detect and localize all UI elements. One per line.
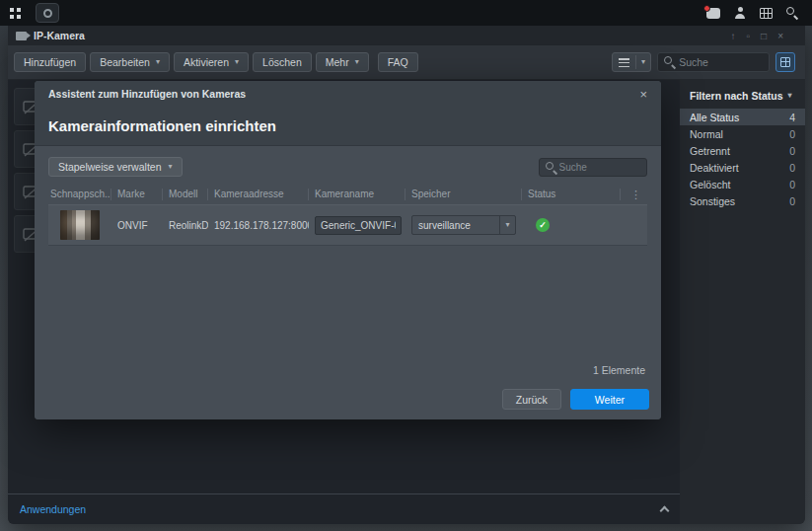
window-maximize-icon[interactable]: □ [761, 31, 767, 41]
column-menu-icon[interactable]: ⋮ [621, 189, 647, 201]
window-pin-icon[interactable]: ▫ [747, 31, 751, 41]
camera-table-row[interactable]: ONVIF ReolinkD... 192.168.178.127:8000 s… [48, 204, 647, 246]
notification-badge [703, 5, 710, 12]
window-rollup-icon[interactable]: ↑ [731, 31, 736, 41]
window-titlebar[interactable]: IP-Kamera ↑ ▫ □ × [8, 26, 805, 45]
activate-button[interactable]: Aktivieren ▾ [174, 52, 249, 72]
dialog-body: Stapelweise verwalten ▾ Schnappsch... Ma… [35, 146, 661, 419]
caret-down-icon: ▾ [505, 221, 509, 229]
camera-search-box[interactable] [657, 52, 770, 72]
cell-model: ReolinkD... [163, 220, 208, 231]
camera-lens-icon [43, 9, 52, 18]
filter-panel-header[interactable]: Filtern nach Status ▾ [680, 88, 805, 109]
filter-item-label: Getrennt [690, 145, 730, 157]
view-mode-button[interactable]: ▾ [612, 52, 651, 72]
cell-name [309, 216, 406, 235]
back-button[interactable]: Zurück [502, 389, 561, 410]
notifications-icon[interactable] [706, 8, 720, 19]
edit-button-label: Bearbeiten [100, 56, 150, 68]
column-storage[interactable]: Speicher [406, 189, 522, 200]
column-status[interactable]: Status [522, 189, 621, 200]
dialog-search-input[interactable] [559, 162, 640, 173]
cell-status: ✓ [522, 218, 621, 232]
ip-camera-window: IP-Kamera ↑ ▫ □ × Hinzufügen Bearbeiten … [8, 26, 805, 524]
batch-manage-label: Stapelweise verwalten [58, 161, 161, 173]
add-button[interactable]: Hinzufügen [14, 52, 86, 72]
panel-grid-icon [780, 57, 790, 67]
user-account-icon[interactable] [734, 7, 746, 19]
dialog-controls: Stapelweise verwalten ▾ [48, 157, 647, 177]
delete-button[interactable]: Löschen [253, 52, 312, 72]
caret-down-icon: ▾ [636, 58, 650, 66]
window-close-icon[interactable]: × [777, 31, 783, 41]
toolbar: Hinzufügen Bearbeiten ▾ Aktivieren ▾ Lös… [8, 45, 805, 80]
filter-panel-toggle-button[interactable] [775, 52, 795, 72]
search-icon [546, 162, 554, 172]
cell-snapshot [48, 210, 111, 240]
chevron-up-icon[interactable] [660, 506, 670, 516]
table-header: Schnappsch... Marke Modell Kameraadresse… [48, 187, 647, 202]
toolbar-right: ▾ [612, 52, 799, 72]
list-view-icon [619, 58, 629, 67]
column-snapshot[interactable]: Schnappsch... [48, 189, 111, 200]
dialog-footer: Zurück Weiter [502, 389, 649, 410]
caret-down-icon: ▾ [788, 92, 792, 100]
filter-item-count: 0 [789, 128, 795, 140]
taskbar [0, 0, 812, 26]
dialog-title: Kamerainformationen einrichten [48, 117, 276, 134]
filter-item-count: 0 [789, 179, 795, 190]
status-ok-icon: ✓ [536, 218, 550, 232]
more-button[interactable]: Mehr ▾ [316, 52, 369, 72]
storage-select[interactable]: surveillance ▾ [411, 215, 516, 235]
filter-item-deaktiviert[interactable]: Deaktiviert 0 [680, 159, 805, 176]
filter-item-normal[interactable]: Normal 0 [680, 125, 805, 142]
camera-name-input[interactable] [315, 216, 402, 235]
filter-item-label: Sonstiges [690, 195, 735, 207]
window-controls: ↑ ▫ □ × [731, 31, 797, 41]
filter-item-label: Alle Status [690, 112, 739, 123]
faq-button[interactable]: FAQ [378, 52, 418, 72]
delete-button-label: Löschen [262, 56, 302, 68]
cell-storage: surveillance ▾ [406, 215, 522, 235]
dialog-header: Assistent zum Hinzufügen von Kameras × [35, 81, 661, 107]
main-menu-button[interactable] [0, 0, 30, 26]
widgets-icon[interactable] [760, 8, 773, 19]
filter-item-sonstiges[interactable]: Sonstiges 0 [680, 192, 805, 209]
column-brand[interactable]: Marke [111, 189, 163, 200]
camera-icon [16, 32, 27, 40]
caret-down-icon: ▾ [355, 58, 359, 66]
filter-item-count: 0 [789, 145, 795, 157]
filter-item-count: 0 [789, 195, 795, 207]
dialog-search-box[interactable] [539, 158, 647, 177]
window-title: IP-Kamera [34, 30, 85, 41]
surveillance-station-taskbar-icon[interactable] [36, 3, 59, 23]
more-button-label: Mehr [326, 56, 349, 68]
filter-item-alle-status[interactable]: Alle Status 4 [680, 109, 805, 125]
storage-select-value: surveillance [412, 220, 499, 231]
next-button[interactable]: Weiter [570, 389, 649, 410]
search-icon[interactable] [786, 7, 798, 19]
filter-item-label: Gelöscht [690, 179, 730, 190]
applications-bar: Anwendungen [8, 493, 680, 524]
filter-panel-title: Filtern nach Status [690, 90, 783, 102]
dialog-close-icon[interactable]: × [639, 88, 647, 101]
caret-down-icon: ▾ [156, 58, 160, 66]
applications-link[interactable]: Anwendungen [20, 503, 86, 515]
camera-search-input[interactable] [679, 56, 763, 68]
activate-button-label: Aktivieren [184, 56, 229, 68]
batch-manage-button[interactable]: Stapelweise verwalten ▾ [48, 157, 183, 177]
filter-item-count: 0 [789, 162, 795, 174]
dialog-titleband: Kamerainformationen einrichten [35, 107, 661, 146]
column-address[interactable]: Kameraadresse [208, 189, 309, 200]
column-model[interactable]: Modell [163, 189, 208, 200]
search-icon [664, 56, 674, 68]
filter-item-geloescht[interactable]: Gelöscht 0 [680, 176, 805, 192]
filter-item-count: 4 [789, 112, 795, 123]
filter-item-getrennt[interactable]: Getrennt 0 [680, 142, 805, 159]
select-caret-box: ▾ [499, 216, 515, 234]
camera-snapshot-image [60, 210, 100, 240]
apps-grid-icon [10, 8, 21, 19]
column-name[interactable]: Kameraname [309, 189, 406, 200]
items-count: 1 Elemente [593, 364, 645, 376]
edit-button[interactable]: Bearbeiten ▾ [90, 52, 170, 72]
